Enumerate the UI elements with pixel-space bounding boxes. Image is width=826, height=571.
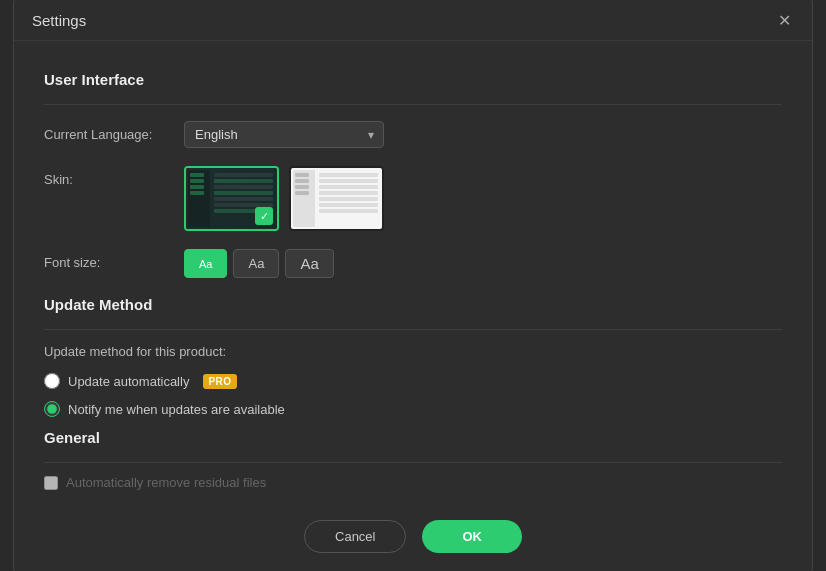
language-select-wrapper[interactable]: English French German Spanish — [184, 121, 384, 148]
skin-label: Skin: — [44, 166, 184, 187]
skin-light-preview — [291, 168, 382, 229]
skin-light-option[interactable] — [289, 166, 384, 231]
divider-general — [44, 462, 782, 463]
update-auto-row: Update automatically PRO — [44, 373, 782, 389]
update-notify-radio[interactable] — [44, 401, 60, 417]
pro-badge: PRO — [203, 374, 236, 389]
language-row: Current Language: English French German … — [44, 121, 782, 148]
content-row — [214, 191, 273, 195]
divider-ui — [44, 104, 782, 105]
dialog-title: Settings — [32, 12, 86, 29]
font-size-small-button[interactable]: Aa — [184, 249, 227, 278]
content-row — [214, 179, 273, 183]
sidebar-dot — [190, 179, 204, 183]
font-size-options: Aa Aa Aa — [184, 249, 782, 278]
update-notify-row: Notify me when updates are available — [44, 401, 782, 417]
font-size-label: Font size: — [44, 249, 184, 270]
section-user-interface: User Interface — [44, 71, 782, 88]
font-size-row: Font size: Aa Aa Aa — [44, 249, 782, 278]
dialog-content: User Interface Current Language: English… — [14, 41, 812, 500]
font-size-medium-button[interactable]: Aa — [233, 249, 279, 278]
update-method-content: Update method for this product: Update a… — [44, 344, 782, 417]
skin-light-content — [317, 170, 380, 227]
content-row — [319, 197, 378, 201]
content-row — [214, 197, 273, 201]
title-bar: Settings ✕ — [14, 0, 812, 41]
settings-dialog: Settings ✕ User Interface Current Langua… — [13, 0, 813, 571]
close-button[interactable]: ✕ — [774, 10, 794, 30]
content-row — [319, 179, 378, 183]
content-row — [214, 185, 273, 189]
content-row — [319, 191, 378, 195]
sidebar-dot — [295, 185, 309, 189]
font-size-large-button[interactable]: Aa — [285, 249, 333, 278]
dialog-footer: Cancel OK — [14, 520, 812, 553]
sidebar-dot — [295, 191, 309, 195]
sidebar-dot — [295, 173, 309, 177]
sidebar-dot — [190, 185, 204, 189]
update-notify-label: Notify me when updates are available — [68, 402, 285, 417]
sidebar-dot — [190, 191, 204, 195]
section-general: General — [44, 429, 782, 446]
language-control: English French German Spanish — [184, 121, 782, 148]
skin-dark-option[interactable]: ✓ — [184, 166, 279, 231]
sidebar-dot — [295, 179, 309, 183]
update-auto-label: Update automatically — [68, 374, 189, 389]
residual-files-checkbox[interactable] — [44, 476, 58, 490]
ok-button[interactable]: OK — [422, 520, 522, 553]
residual-files-label: Automatically remove residual files — [66, 475, 266, 490]
language-label: Current Language: — [44, 121, 184, 142]
content-row — [319, 185, 378, 189]
skin-options: ✓ — [184, 166, 782, 231]
divider-update — [44, 329, 782, 330]
section-update-method: Update Method — [44, 296, 782, 313]
skin-selected-check: ✓ — [255, 207, 273, 225]
update-auto-radio[interactable] — [44, 373, 60, 389]
cancel-button[interactable]: Cancel — [304, 520, 406, 553]
content-row — [214, 173, 273, 177]
general-content: Automatically remove residual files — [44, 475, 782, 490]
skin-dark-sidebar — [188, 170, 210, 227]
residual-files-row: Automatically remove residual files — [44, 475, 782, 490]
content-row — [319, 203, 378, 207]
content-row — [319, 209, 378, 213]
update-description: Update method for this product: — [44, 344, 782, 359]
content-row — [319, 173, 378, 177]
skin-row: Skin: — [44, 166, 782, 231]
skin-light-sidebar — [293, 170, 315, 227]
sidebar-dot — [190, 173, 204, 177]
language-select[interactable]: English French German Spanish — [184, 121, 384, 148]
